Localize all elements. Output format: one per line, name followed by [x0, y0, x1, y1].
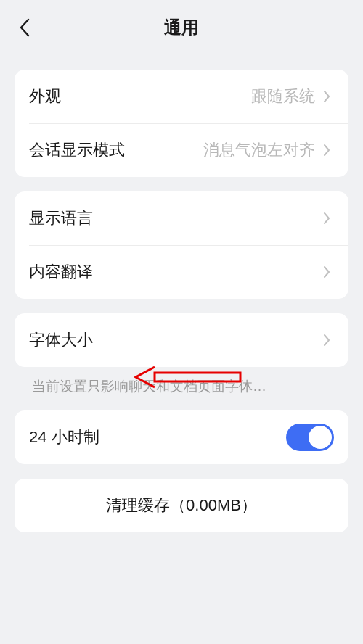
- group-appearance: 外观 跟随系统 会话显示模式 消息气泡左对齐: [15, 70, 348, 177]
- content: 外观 跟随系统 会话显示模式 消息气泡左对齐 显示语言 内容翻译: [0, 70, 363, 532]
- font-size-hint: 当前设置只影响聊天和文档页面字体…: [15, 367, 348, 396]
- group-language: 显示语言 内容翻译: [15, 191, 348, 299]
- page-title: 通用: [0, 16, 363, 39]
- row-label: 内容翻译: [29, 261, 93, 283]
- row-label: 外观: [29, 86, 61, 107]
- row-label: 会话显示模式: [29, 139, 125, 161]
- back-button[interactable]: [9, 12, 41, 44]
- toggle-24h[interactable]: [286, 424, 334, 451]
- group-time: 24 小时制: [15, 410, 348, 464]
- chevron-right-icon: [319, 89, 334, 104]
- chevron-right-icon: [319, 143, 334, 157]
- row-translate[interactable]: 内容翻译: [15, 245, 348, 299]
- row-chat-mode[interactable]: 会话显示模式 消息气泡左对齐: [15, 123, 348, 177]
- chevron-left-icon: [19, 18, 30, 37]
- row-value: 消息气泡左对齐: [203, 139, 315, 161]
- row-language[interactable]: 显示语言: [15, 191, 348, 245]
- chevron-right-icon: [319, 211, 334, 226]
- row-label: 24 小时制: [29, 426, 99, 448]
- row-value: 跟随系统: [251, 86, 315, 107]
- header: 通用: [0, 0, 363, 55]
- chevron-right-icon: [319, 333, 334, 347]
- row-appearance[interactable]: 外观 跟随系统: [15, 70, 348, 123]
- row-font-size[interactable]: 字体大小: [15, 313, 348, 367]
- row-label: 字体大小: [29, 329, 93, 351]
- row-label: 显示语言: [29, 207, 93, 229]
- row-24h: 24 小时制: [15, 410, 348, 464]
- group-cache: 清理缓存（0.00MB）: [15, 479, 348, 532]
- toggle-thumb: [309, 426, 332, 449]
- group-font: 字体大小: [15, 313, 348, 367]
- chevron-right-icon: [319, 265, 334, 279]
- row-clear-cache[interactable]: 清理缓存（0.00MB）: [15, 479, 348, 532]
- clear-cache-label: 清理缓存（0.00MB）: [106, 495, 257, 516]
